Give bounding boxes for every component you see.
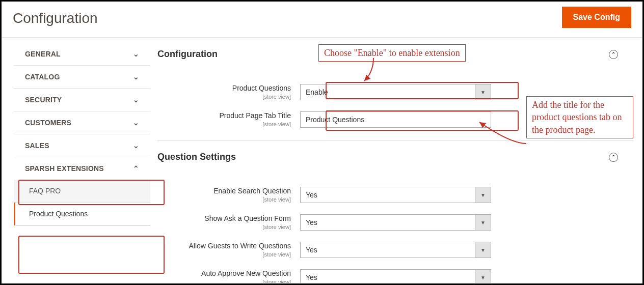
annotation-title-hint: Add the title for the product questions … — [526, 96, 633, 138]
collapse-icon[interactable]: ⌃ — [609, 153, 618, 162]
label-text: Product Questions — [232, 84, 291, 92]
label-text: Show Ask a Question Form — [204, 214, 291, 222]
caret-down-icon: ▼ — [475, 242, 491, 258]
chevron-down-icon: ⌄ — [133, 73, 139, 81]
row-show-ask-form: Show Ask a Question Form [store view] Ye… — [157, 214, 633, 231]
sidebar-subitem-faq-pro[interactable]: FAQ PRO — [14, 180, 150, 203]
scope-text: [store view] — [157, 196, 291, 203]
product-questions-select[interactable]: Enable ▼ — [300, 84, 491, 100]
scope-text: [store view] — [157, 251, 291, 258]
field-label: Show Ask a Question Form [store view] — [157, 214, 300, 231]
sidebar-item-label: CATALOG — [25, 73, 60, 81]
save-config-button[interactable]: Save Config — [562, 7, 631, 28]
field-label: Allow Guests to Write Questions [store v… — [157, 242, 300, 258]
sidebar-item-catalog[interactable]: CATALOG⌄ — [14, 66, 150, 88]
scope-text: [store view] — [157, 224, 291, 231]
sidebar-item-general[interactable]: GENERAL⌄ — [14, 43, 150, 65]
collapse-icon[interactable]: ⌃ — [609, 50, 618, 59]
tab-title-input[interactable] — [300, 111, 491, 128]
sidebar-item-label: SPARSH EXTENSIONS — [25, 164, 104, 173]
field-label: Product Questions [store view] — [157, 84, 300, 100]
select-value: Yes — [300, 242, 475, 258]
field-label: Product Page Tab Title [store view] — [157, 111, 300, 128]
sidebar-item-label: SALES — [25, 141, 49, 150]
auto-approve-new-question-select[interactable]: Yes▼ — [300, 269, 491, 283]
sidebar-item-sales[interactable]: SALES⌄ — [14, 134, 150, 157]
sidebar-sub-sparsh: FAQ PRO Product Questions — [14, 180, 150, 225]
field-label: Auto Approve New Question [store view] — [157, 269, 300, 283]
sidebar-item-security[interactable]: SECURITY⌄ — [14, 89, 150, 111]
scope-text: [store view] — [157, 121, 291, 128]
sidebar-item-customers[interactable]: CUSTOMERS⌄ — [14, 111, 150, 134]
row-enable-search-question: Enable Search Question [store view] Yes▼ — [157, 187, 633, 203]
chevron-down-icon: ⌄ — [133, 119, 139, 127]
chevron-down-icon: ⌄ — [133, 96, 139, 104]
label-text: Product Page Tab Title — [219, 111, 291, 120]
section-head-question-settings[interactable]: Question Settings ⌃ — [157, 148, 633, 166]
page-title: Configuration — [13, 8, 98, 26]
caret-down-icon: ▼ — [475, 84, 491, 100]
sidebar-subitem-product-questions[interactable]: Product Questions — [14, 203, 150, 225]
chevron-down-icon: ⌄ — [133, 50, 139, 58]
show-ask-question-form-select[interactable]: Yes▼ — [300, 214, 491, 231]
scope-text: [store view] — [157, 279, 291, 283]
sidebar-item-sparsh-extensions[interactable]: SPARSH EXTENSIONS⌃ — [14, 157, 150, 180]
enable-search-question-select[interactable]: Yes▼ — [300, 187, 491, 203]
config-sidebar: GENERAL⌄ CATALOG⌄ SECURITY⌄ CUSTOMERS⌄ S… — [2, 38, 150, 283]
section-title: Question Settings — [157, 152, 236, 162]
label-text: Allow Guests to Write Questions — [189, 242, 291, 250]
page-header: Configuration Save Config — [2, 2, 642, 38]
scope-text: [store view] — [157, 94, 291, 100]
config-content: Configuration ⌃ Product Questions [store… — [150, 38, 642, 283]
sidebar-item-label: CUSTOMERS — [25, 119, 71, 127]
sidebar-item-label: GENERAL — [25, 50, 61, 58]
select-value: Yes — [300, 187, 475, 203]
fieldset-question-settings: Enable Search Question [store view] Yes▼… — [157, 166, 633, 283]
chevron-down-icon: ⌄ — [133, 141, 139, 150]
select-value: Yes — [300, 214, 475, 231]
caret-down-icon: ▼ — [475, 269, 491, 283]
row-allow-guests: Allow Guests to Write Questions [store v… — [157, 242, 633, 258]
caret-down-icon: ▼ — [475, 214, 491, 231]
field-label: Enable Search Question [store view] — [157, 187, 300, 203]
row-auto-approve: Auto Approve New Question [store view] Y… — [157, 269, 633, 283]
select-value: Yes — [300, 269, 475, 283]
select-value: Enable — [300, 84, 475, 100]
allow-guests-write-select[interactable]: Yes▼ — [300, 242, 491, 258]
annotation-enable-hint: Choose "Enable" to enable extension — [318, 44, 466, 62]
label-text: Enable Search Question — [213, 187, 291, 195]
caret-down-icon: ▼ — [475, 187, 491, 203]
sidebar-item-label: SECURITY — [25, 96, 62, 104]
layout: GENERAL⌄ CATALOG⌄ SECURITY⌄ CUSTOMERS⌄ S… — [2, 38, 642, 283]
section-title: Configuration — [157, 49, 218, 60]
chevron-up-icon: ⌃ — [133, 164, 139, 173]
label-text: Auto Approve New Question — [201, 269, 291, 277]
